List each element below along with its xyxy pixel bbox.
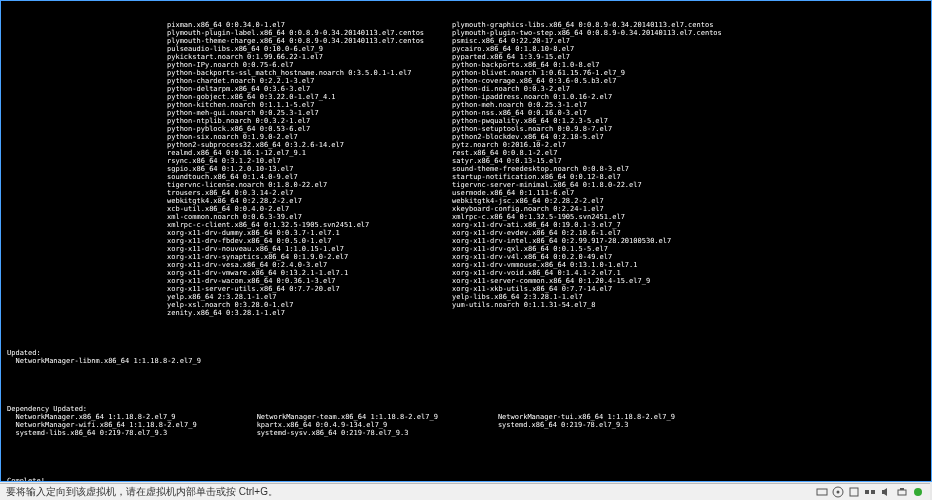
vm-console-window: pixman.x86_64 0:0.34.0-1.el7 plymouth-pl… (0, 0, 932, 482)
device-icon[interactable] (816, 486, 828, 498)
updated-line: NetworkManager-libnm.x86_64 1:1.18.8-2.e… (7, 357, 201, 365)
printer-icon[interactable] (896, 486, 908, 498)
svg-rect-5 (871, 490, 875, 494)
svg-rect-7 (900, 488, 904, 490)
dep-col2: NetworkManager-team.x86_64 1:1.18.8-2.el… (257, 413, 438, 437)
statusbar-hint: 要将输入定向到该虚拟机，请在虚拟机内部单击或按 Ctrl+G。 (6, 485, 278, 499)
vm-statusbar: 要将输入定向到该虚拟机，请在虚拟机内部单击或按 Ctrl+G。 (0, 483, 930, 500)
dependency-updated-section: Dependency Updated: NetworkManager.x86_6… (7, 397, 925, 453)
dep-col3: NetworkManager-tui.x86_64 1:1.18.8-2.el7… (498, 413, 675, 437)
dep-col1: NetworkManager.x86_64 1:1.18.8-2.el7_9 N… (7, 413, 197, 437)
status-dot-icon[interactable] (912, 486, 924, 498)
svg-rect-4 (865, 490, 869, 494)
svg-point-8 (914, 488, 922, 496)
svg-point-2 (837, 491, 840, 494)
updated-header: Updated: (7, 349, 41, 357)
sound-icon[interactable] (880, 486, 892, 498)
updated-section: Updated: NetworkManager-libnm.x86_64 1:1… (7, 341, 925, 373)
svg-rect-0 (817, 489, 827, 495)
svg-rect-6 (898, 490, 906, 495)
package-columns: pixman.x86_64 0:0.34.0-1.el7 plymouth-pl… (7, 21, 925, 317)
cd-icon[interactable] (832, 486, 844, 498)
package-list-col2: plymouth-graphics-libs.x86_64 0:0.8.9-0.… (452, 21, 722, 317)
package-list-col1: pixman.x86_64 0:0.34.0-1.el7 plymouth-pl… (167, 21, 424, 317)
svg-rect-3 (850, 488, 858, 496)
complete-line: Complete! (7, 477, 925, 481)
dep-header: Dependency Updated: (7, 405, 87, 413)
terminal-output[interactable]: pixman.x86_64 0:0.34.0-1.el7 plymouth-pl… (1, 1, 931, 481)
disk-icon[interactable] (848, 486, 860, 498)
network-icon[interactable] (864, 486, 876, 498)
dep-columns: NetworkManager.x86_64 1:1.18.8-2.el7_9 N… (7, 413, 925, 437)
statusbar-icons (816, 486, 924, 498)
